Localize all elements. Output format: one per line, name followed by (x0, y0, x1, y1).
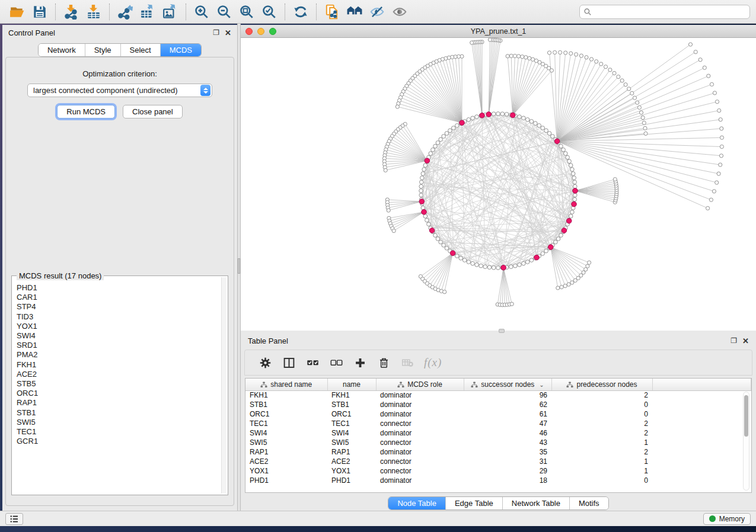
sort-chevron-icon[interactable]: ⌄ (539, 382, 544, 388)
apply-layout-button[interactable] (289, 2, 312, 22)
table-cell[interactable]: dominator (376, 390, 464, 400)
table-cell[interactable]: connector (376, 457, 464, 466)
table-cell[interactable]: 1 (551, 466, 652, 476)
mcds-result-item[interactable]: ORC1 (17, 389, 221, 398)
mcds-result-item[interactable]: STB1 (17, 408, 221, 418)
zoom-in-button[interactable] (190, 2, 213, 22)
tab-node-table[interactable]: Node Table (388, 497, 446, 509)
search-input[interactable] (594, 8, 746, 16)
table-cell[interactable]: ORC1 (327, 409, 376, 419)
first-neighbors-button[interactable] (343, 2, 366, 22)
task-history-button[interactable] (5, 513, 23, 525)
horizontal-splitter-grip[interactable] (499, 329, 505, 333)
table-cell[interactable]: 29 (464, 466, 551, 476)
network-canvas-svg[interactable] (241, 38, 756, 331)
column-header-name[interactable]: name (327, 379, 376, 390)
table-cell[interactable]: 96 (464, 390, 551, 400)
table-cell[interactable]: STB1 (245, 400, 327, 409)
table-settings-button[interactable] (258, 355, 272, 370)
mcds-result-item[interactable]: SRD1 (17, 341, 221, 350)
tab-network[interactable]: Network (39, 44, 85, 56)
tab-style[interactable]: Style (85, 44, 121, 56)
table-cell[interactable]: dominator (376, 447, 464, 457)
mcds-result-item[interactable]: STB5 (17, 379, 221, 389)
table-cell[interactable]: YOX1 (327, 466, 376, 476)
mcds-result-item[interactable]: GCR1 (17, 437, 221, 446)
table-cell[interactable]: ACE2 (327, 457, 376, 466)
mcds-result-item[interactable]: TEC1 (17, 427, 221, 437)
table-cell[interactable]: 1 (551, 457, 652, 466)
table-row[interactable]: PHD1PHD1dominator180 (245, 476, 751, 485)
export-table-button[interactable] (136, 2, 159, 22)
tab-mcds[interactable]: MCDS (161, 44, 201, 56)
mcds-result-item[interactable]: RAP1 (17, 398, 221, 408)
export-network-button[interactable] (114, 2, 136, 22)
mcds-result-item[interactable]: SWI5 (17, 418, 221, 427)
memory-button[interactable]: Memory (703, 513, 751, 525)
table-cell[interactable]: FKH1 (327, 390, 376, 400)
add-column-button[interactable] (353, 355, 367, 370)
table-cell[interactable]: 31 (464, 457, 551, 466)
column-header-MCDS-role[interactable]: MCDS role (376, 379, 464, 390)
mcds-result-item[interactable]: PMA2 (17, 350, 221, 360)
table-cell[interactable]: STB1 (327, 400, 376, 409)
table-row[interactable]: TEC1TEC1connector472 (245, 419, 751, 428)
table-cell[interactable]: FKH1 (245, 390, 327, 400)
table-row[interactable]: FKH1FKH1dominator962 (245, 390, 751, 400)
tab-network-table[interactable]: Network Table (503, 497, 570, 509)
open-file-button[interactable] (6, 2, 28, 22)
table-cell[interactable]: 0 (551, 400, 652, 409)
tab-motifs[interactable]: Motifs (570, 497, 608, 509)
hide-selected-button[interactable] (366, 2, 388, 22)
table-cell[interactable]: connector (376, 438, 464, 447)
table-row[interactable]: ORC1ORC1dominator610 (245, 409, 751, 419)
column-header-predecessor-nodes[interactable]: predecessor nodes (551, 379, 652, 390)
mcds-result-item[interactable]: FKH1 (17, 360, 221, 370)
table-cell[interactable]: TEC1 (327, 419, 376, 428)
table-cell[interactable]: 62 (464, 400, 551, 409)
mcds-result-item[interactable]: ACE2 (17, 370, 221, 379)
node-table-header[interactable]: shared namenameMCDS rolesuccessor nodes⌄… (245, 379, 751, 390)
export-image-button[interactable] (159, 2, 181, 22)
zoom-fit-button[interactable] (235, 2, 258, 22)
mcds-result-item[interactable]: YOX1 (17, 322, 221, 331)
table-cell[interactable]: RAP1 (245, 447, 327, 457)
deselect-all-rows-button[interactable] (329, 355, 343, 370)
mcds-result-item[interactable]: STP4 (17, 302, 221, 312)
table-cell[interactable]: 35 (464, 447, 551, 457)
node-table-body[interactable]: FKH1FKH1dominator962STB1STB1dominator620… (245, 390, 751, 485)
delete-column-button[interactable] (377, 355, 391, 370)
criterion-select[interactable]: largest connected component (undirected) (27, 84, 212, 97)
table-cell[interactable]: SWI4 (327, 428, 376, 438)
import-network-button[interactable] (60, 2, 82, 22)
table-cell[interactable]: dominator (376, 400, 464, 409)
table-cell[interactable]: 43 (464, 438, 551, 447)
clone-network-button[interactable] (321, 2, 343, 22)
table-cell[interactable]: connector (376, 419, 464, 428)
import-table-button[interactable] (82, 2, 105, 22)
close-panel-button[interactable]: Close panel (123, 105, 183, 118)
mcds-result-list[interactable]: PHD1CAR1STP4TID3YOX1SWI4SRD1PMA2FKH1ACE2… (13, 282, 221, 493)
table-cell[interactable]: ACE2 (245, 457, 327, 466)
column-header-shared-name[interactable]: shared name (245, 379, 327, 390)
column-header-successor-nodes[interactable]: successor nodes⌄ (464, 379, 551, 390)
table-cell[interactable]: 47 (464, 419, 551, 428)
table-cell[interactable]: 46 (464, 428, 551, 438)
table-row[interactable]: RAP1RAP1dominator352 (245, 447, 751, 457)
mcds-result-item[interactable]: PHD1 (17, 283, 221, 293)
mcds-result-item[interactable]: CAR1 (17, 293, 221, 302)
table-cell[interactable]: dominator (376, 409, 464, 419)
save-session-button[interactable] (28, 2, 51, 22)
table-row[interactable]: SWI5SWI5connector431 (245, 438, 751, 447)
table-cell[interactable]: 2 (551, 447, 652, 457)
table-cell[interactable]: 61 (464, 409, 551, 419)
table-cell[interactable]: SWI5 (327, 438, 376, 447)
table-row[interactable]: YOX1YOX1connector291 (245, 466, 751, 476)
show-all-button[interactable] (388, 2, 411, 22)
mcds-result-scrollbar[interactable] (221, 277, 227, 493)
search-box[interactable] (579, 5, 750, 19)
float-panel-icon[interactable]: ❐ (213, 29, 219, 36)
table-cell[interactable]: 0 (551, 476, 652, 485)
table-cell[interactable]: ORC1 (245, 409, 327, 419)
table-cell[interactable]: 2 (551, 428, 652, 438)
